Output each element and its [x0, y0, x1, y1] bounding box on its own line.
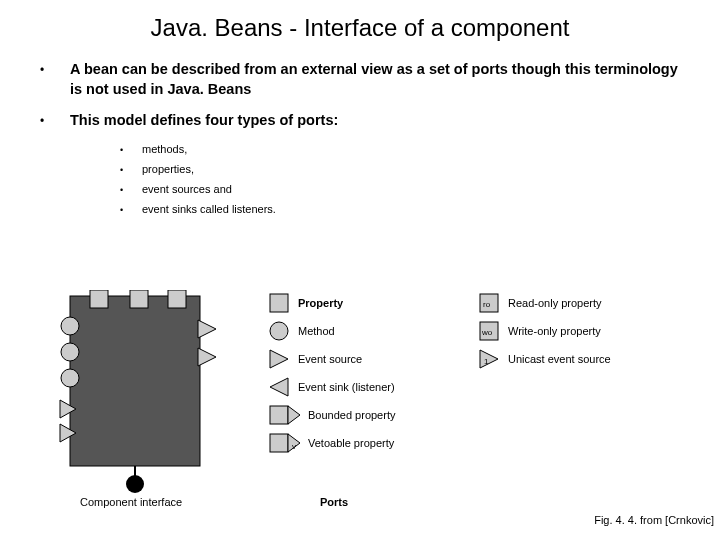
sub-bullet-item: • properties,	[120, 163, 690, 175]
bounded-property-icon	[288, 406, 300, 424]
bullet-item: • A bean can be described from an extern…	[40, 60, 690, 99]
vetoable-property-icon	[270, 434, 288, 452]
event-source-port-icon	[198, 348, 216, 366]
ports-header: Ports	[320, 496, 348, 508]
legend-label: Read-only property	[508, 297, 602, 309]
method-port-icon	[61, 369, 79, 387]
wo-tag: wo	[481, 328, 493, 337]
bullet-text: This model defines four types of ports:	[70, 111, 690, 131]
bullet-marker: •	[40, 60, 70, 99]
bounded-property-icon	[270, 406, 288, 424]
sub-bullet-text: event sinks called listeners.	[142, 203, 276, 215]
ro-tag: ro	[483, 300, 491, 309]
sub-bullet-text: event sources and	[142, 183, 232, 195]
bullet-marker: •	[120, 203, 142, 215]
sub-bullet-text: methods,	[142, 143, 187, 155]
legend-label: Event source	[298, 353, 362, 365]
component-interface-label: Component interface	[80, 496, 182, 508]
property-icon	[270, 294, 288, 312]
sub-bullet-item: • methods,	[120, 143, 690, 155]
slide-title: Java. Beans - Interface of a component	[0, 0, 720, 60]
legend-label: Method	[298, 325, 335, 337]
method-port-icon	[61, 343, 79, 361]
sub-bullet-text: properties,	[142, 163, 194, 175]
bullet-marker: •	[40, 111, 70, 131]
legend-label: Vetoable property	[308, 437, 395, 449]
method-port-icon	[61, 317, 79, 335]
sub-bullet-item: • event sources and	[120, 183, 690, 195]
bullet-text: A bean can be described from an external…	[70, 60, 690, 99]
bullet-marker: •	[120, 183, 142, 195]
property-port-icon	[168, 290, 186, 308]
sub-bullet-list: • methods, • properties, • event sources…	[40, 143, 690, 215]
component-body-icon	[70, 296, 200, 466]
figure-caption: Fig. 4. 4. from [Crnkovic]	[594, 514, 714, 526]
ports-legend: Property Method Event source Event sink …	[270, 294, 396, 508]
bullet-item: • This model defines four types of ports…	[40, 111, 690, 131]
legend-label: Bounded property	[308, 409, 396, 421]
legend-label: Unicast event source	[508, 353, 611, 365]
bullet-marker: •	[120, 163, 142, 175]
component-diagram: Component interface Property Method Even…	[40, 290, 700, 510]
v-tag: v	[292, 442, 296, 451]
property-port-icon	[130, 290, 148, 308]
legend-label: Property	[298, 297, 344, 309]
sub-bullet-item: • event sinks called listeners.	[120, 203, 690, 215]
unicast-icon	[480, 350, 498, 368]
legend-label: Event sink (listener)	[298, 381, 395, 393]
legend-label: Write-only property	[508, 325, 601, 337]
event-source-port-icon	[198, 320, 216, 338]
event-sink-icon	[270, 378, 288, 396]
property-port-icon	[90, 290, 108, 308]
event-source-icon	[270, 350, 288, 368]
bullet-marker: •	[120, 143, 142, 155]
unicast-tag: 1	[484, 357, 489, 366]
figure: Component interface Property Method Even…	[40, 290, 700, 514]
method-icon	[270, 322, 288, 340]
bullet-list: • A bean can be described from an extern…	[0, 60, 720, 215]
connector-icon	[126, 475, 144, 493]
modifiers-legend: ro Read-only property wo Write-only prop…	[480, 294, 611, 368]
